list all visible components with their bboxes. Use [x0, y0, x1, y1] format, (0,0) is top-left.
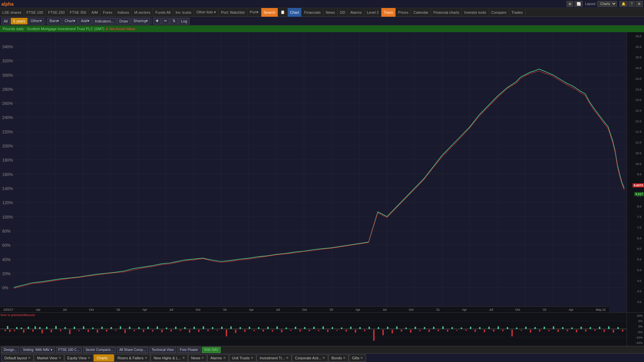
svg-rect-171	[359, 327, 361, 329]
nav-ftse100[interactable]: FTSE 100	[24, 8, 46, 17]
period-all[interactable]: All	[1, 18, 10, 24]
svg-rect-92	[272, 330, 273, 331]
nav-port[interactable]: Port▾	[248, 8, 261, 17]
grid-view-icon[interactable]: ⊞	[567, 1, 573, 7]
bottom-nav-market-view[interactable]: Market View ⊞	[34, 354, 64, 362]
svg-rect-73	[97, 330, 98, 333]
nav-other-lists[interactable]: Other lists ▾	[194, 8, 219, 17]
nav-aim[interactable]: AIM	[89, 8, 101, 17]
chart-swap[interactable]: ⇅	[170, 18, 178, 24]
svg-rect-187	[507, 327, 508, 329]
settings-icon[interactable]: ⚙	[636, 1, 643, 7]
nav-calendar[interactable]: Calendar	[411, 8, 431, 17]
nav-ia-sectors[interactable]: IA sectors	[132, 8, 153, 17]
nav-investor-tools[interactable]: Investor tools	[462, 8, 489, 17]
svg-rect-111	[447, 330, 448, 332]
svg-rect-88	[235, 330, 236, 333]
nav-chart[interactable]: Chart	[288, 8, 302, 17]
with-nav-btn[interactable]: With NAV	[202, 347, 221, 353]
nav-ftse250[interactable]: FTSE 250	[46, 8, 67, 17]
nav-funds-all[interactable]: Funds All	[153, 8, 173, 17]
svg-rect-127	[594, 330, 596, 331]
help-icon[interactable]: ?	[629, 1, 635, 7]
period-other[interactable]: Other▾	[28, 18, 44, 24]
risers-fallers-icon: ⊞	[145, 356, 147, 359]
bottom-nav-corporate-acti[interactable]: Corporate Acti... ⊞	[292, 354, 328, 362]
svg-rect-66	[32, 330, 34, 332]
svg-rect-89	[244, 330, 246, 332]
bottom-nav-default-layout[interactable]: Default layout ⊞	[1, 354, 34, 362]
svg-text:260%: 260%	[2, 101, 13, 106]
ftse100-btn[interactable]: FTSE 100 C...	[56, 347, 82, 353]
nav-inv-trusts[interactable]: Inv. trusts	[173, 8, 194, 17]
period-5years[interactable]: 5 years	[11, 18, 28, 24]
svg-rect-76	[124, 330, 126, 333]
technical-view-btn[interactable]: Technical View	[149, 347, 176, 353]
bottom-nav-alarms[interactable]: Alarms ⊞	[207, 354, 228, 362]
notifications-icon[interactable]: 🔔	[620, 1, 628, 7]
nav-alarms[interactable]: Alarms	[348, 8, 364, 17]
chart-draw[interactable]: Draw	[117, 18, 130, 24]
bottom-nav-bonds[interactable]: Bonds ⊞	[328, 354, 348, 362]
chart-edit[interactable]: ✏	[162, 18, 169, 24]
nav-financial-charts[interactable]: Financial charts	[431, 8, 462, 17]
svg-rect-165	[304, 327, 306, 329]
nav-ftse350[interactable]: FTSE 350	[67, 8, 89, 17]
nav-forex[interactable]: Forex	[101, 8, 115, 17]
bottom-nav-equity-view[interactable]: Equity View ⊞	[64, 354, 93, 362]
nav-financials[interactable]: Financials	[302, 8, 323, 17]
layout-dropdown[interactable]: Charts	[597, 1, 617, 7]
svg-rect-81	[170, 330, 172, 332]
bottom-nav-gilts[interactable]: Gilts ⊞	[349, 354, 366, 362]
main-chart-area[interactable]: 340% 320% 300% 280% 260% 240% 220% 200% …	[0, 32, 627, 312]
nav-news[interactable]: News	[323, 8, 338, 17]
bottom-nav-new-highs[interactable]: New Highs & L... ⊞	[151, 354, 188, 362]
nav-trans[interactable]: Trans	[381, 8, 396, 17]
svg-rect-70	[69, 330, 70, 334]
nav-level2[interactable]: Level 2	[365, 8, 381, 17]
nav-bookmark[interactable]: 📋	[278, 8, 288, 17]
chart-view-icon[interactable]: 📈	[575, 1, 583, 7]
main-nav: LSE shares FTSE 100 FTSE 250 FTSE 350 AI…	[0, 8, 644, 17]
bottom-nav-charts[interactable]: Charts ⊞	[94, 354, 114, 362]
bottom-nav-investment-tr[interactable]: Investment Tr... ⊞	[257, 354, 291, 362]
app-logo: alpha	[1, 1, 14, 7]
svg-rect-144	[111, 327, 112, 329]
chart-sharing[interactable]: Sharing▾	[131, 18, 150, 24]
nav-compare[interactable]: Compare	[489, 8, 509, 17]
svg-rect-150	[166, 327, 167, 329]
sector-comp-btn[interactable]: Sector Comparis...	[83, 347, 116, 353]
design-btn[interactable]: Design...	[1, 347, 19, 353]
nav-prices[interactable]: Prices	[396, 8, 411, 17]
allshare-btn[interactable]: All Share Comp...	[117, 347, 148, 353]
nav-lse-shares[interactable]: LSE shares	[0, 8, 24, 17]
svg-rect-178	[424, 327, 425, 329]
free-floater-btn[interactable]: Free Floater	[177, 347, 200, 353]
bottom-nav-risers-fallers[interactable]: Risers & Fallers ⊞	[114, 354, 150, 362]
svg-rect-69	[60, 330, 61, 331]
svg-rect-168	[332, 327, 333, 329]
svg-rect-158	[239, 327, 241, 329]
nav-trades[interactable]: Trades	[509, 8, 526, 17]
chart-indicators[interactable]: Indicators...	[93, 18, 116, 24]
svg-rect-136	[39, 327, 41, 329]
svg-rect-121	[539, 330, 540, 332]
bottom-nav-unit-trusts[interactable]: Unit Trusts ⊞	[229, 354, 257, 362]
svg-text:220%: 220%	[2, 130, 13, 134]
nav-search[interactable]: Search	[261, 8, 278, 17]
svg-rect-78	[143, 330, 144, 332]
svg-rect-110	[438, 330, 439, 331]
sub-chart-area[interactable]: NAV % premium/discount	[0, 313, 627, 346]
chart-add[interactable]: Add▾	[78, 18, 92, 24]
chart-crosshair[interactable]: ✚	[153, 18, 161, 24]
nav-port-watchlist[interactable]: Port: Watchlist	[219, 8, 248, 17]
x-label: Oct	[516, 308, 520, 311]
svg-rect-173	[378, 327, 379, 329]
chart-log[interactable]: Log	[178, 18, 189, 24]
chart-bars[interactable]: Bars▾	[47, 18, 62, 24]
setting-btn[interactable]: Setting: With NAV ▾	[20, 347, 54, 353]
chart-type[interactable]: Chart▾	[62, 18, 78, 24]
nav-dd[interactable]: DD	[338, 8, 348, 17]
nav-indices[interactable]: Indices	[115, 8, 132, 17]
bottom-nav-news[interactable]: News ⊞	[188, 354, 207, 362]
